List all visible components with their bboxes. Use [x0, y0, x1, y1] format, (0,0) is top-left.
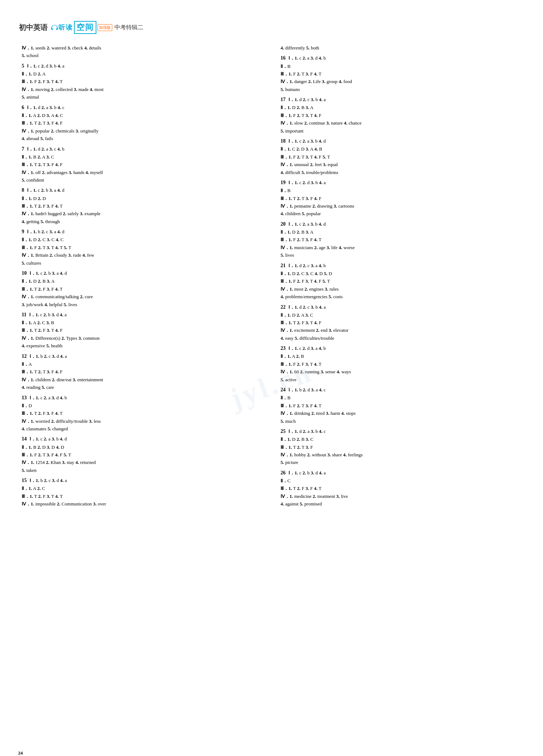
entry-line: Ⅱ．A [22, 360, 266, 368]
header-zhongkao: 中考特辑二 [114, 24, 143, 31]
answer-num: 4. [314, 237, 318, 242]
answer-num: 3. [46, 320, 50, 325]
answer-num: 2. [308, 79, 312, 84]
roman-numeral: Ⅲ． [22, 203, 30, 209]
entry-number: 16 [281, 55, 286, 61]
entry-text: Ⅰ．1. c 2. b 3. d 4. a [288, 470, 326, 475]
entry-line: Ⅱ．1. D 2. B 3. A [281, 228, 521, 236]
answer-num: 2. [51, 128, 55, 134]
answer-num: 3. [325, 286, 329, 292]
entry-line: Ⅳ．1. most 2. engines 3. rules [281, 285, 521, 293]
answer-num: 4. [55, 113, 59, 118]
answer-num: 1. [288, 320, 292, 325]
roman-numeral: Ⅲ． [281, 154, 288, 160]
answer-num: 4. [314, 271, 318, 276]
answer-num: 1. [30, 286, 33, 292]
entry-block: 5Ⅰ．1. c 2. d 3. b 4. aⅡ．1. D 2. AⅢ．1. F … [22, 62, 266, 101]
answer-num: 3. [89, 418, 93, 424]
answer-num: 1. [290, 494, 293, 499]
answer-num: 2. [297, 278, 300, 284]
entry-line: 4. difficult 5. trouble/problems [281, 169, 521, 176]
roman-numeral: Ⅱ． [22, 71, 29, 77]
entry-line: Ⅳ．1. worried 2. difficulty/trouble 3. le… [22, 417, 266, 425]
answer-num: 2. [310, 162, 314, 167]
answer-num: 1. [29, 113, 32, 118]
entry-number: 21 [281, 263, 286, 268]
answer-num: 3. [306, 105, 309, 110]
entry-line: Ⅱ．C [281, 477, 521, 485]
entry-line: 21Ⅰ．1. d 2. c 3. a 4. b [281, 261, 521, 270]
answer-num: 4. [75, 460, 79, 465]
answer-num: 4. [314, 196, 318, 201]
answer-num: 5. [64, 302, 67, 307]
answer-num: 2. [46, 460, 49, 465]
answer-num: 4. [281, 335, 284, 341]
answer-num: 1. [287, 353, 291, 359]
answer-num: 1. [31, 211, 34, 216]
answer-num: 4. [22, 343, 25, 348]
roman-numeral: Ⅱ． [281, 478, 287, 483]
entry-block: 4. differently 5. both [281, 44, 521, 52]
roman-numeral: Ⅰ． [288, 346, 295, 351]
answer-num: 4. [55, 203, 59, 209]
roman-numeral: Ⅰ． [288, 470, 295, 475]
answer-num: 5. [301, 170, 305, 175]
answer-num: 3. [326, 120, 330, 126]
answer-num: 4. [319, 346, 322, 351]
answer-num: 3. [47, 444, 51, 450]
entry-text: Ⅰ．1. c 2. d 3. a 4. b [288, 346, 326, 351]
roman-numeral: Ⅱ． [281, 271, 287, 276]
answer-num: 5. [22, 94, 25, 100]
answer-num: 3. [52, 353, 56, 359]
entry-block: 24Ⅰ．1. b 2. d 3. a 4. cⅡ．BⅢ．1. F 2. T 3.… [281, 386, 521, 425]
answer-num: 4. [319, 138, 322, 144]
roman-numeral: Ⅰ． [288, 429, 295, 434]
answer-num: 4. [60, 436, 64, 442]
answer-num: 4. [314, 278, 318, 284]
answer-num: 3. [305, 113, 309, 118]
roman-numeral: Ⅲ． [281, 444, 288, 450]
roman-numeral: Ⅱ． [281, 312, 287, 318]
roman-numeral: Ⅱ． [22, 196, 29, 201]
roman-numeral: Ⅰ． [30, 436, 36, 442]
entry-number: 5 [22, 63, 24, 69]
answer-num: 1. [36, 395, 39, 400]
answer-num: 3. [305, 154, 309, 160]
entry-line: Ⅲ．1. T 2. F 3. T 4. T [22, 492, 266, 500]
answer-num: 1. [295, 429, 298, 434]
answer-num: 4. [314, 146, 318, 152]
answer-num: 3. [47, 120, 50, 126]
answer-num: 5. [329, 294, 332, 299]
roman-numeral: Ⅰ． [288, 263, 295, 268]
answer-num: 4. [343, 452, 347, 457]
roman-numeral: Ⅰ． [27, 105, 33, 110]
roman-numeral: Ⅱ． [22, 154, 29, 160]
answer-num: 1. [287, 229, 291, 235]
roman-numeral: Ⅰ． [288, 221, 295, 227]
answer-num: 4. [60, 270, 64, 276]
answer-num: 1. [288, 278, 292, 284]
entry-block: 12Ⅰ．1. b 2. c 3. d 4. aⅡ．AⅢ．1. T 2. T 3.… [22, 352, 266, 391]
answer-num: 3. [306, 229, 309, 235]
entry-line: 24Ⅰ．1. b 2. d 3. a 4. c [281, 386, 521, 394]
entry-line: 8Ⅰ．1. c 2. b 3. a 4. d [22, 186, 266, 194]
roman-numeral: Ⅰ． [27, 63, 33, 69]
roman-numeral: Ⅰ． [288, 138, 295, 144]
entry-line: Ⅳ．1. slow 2. continue 3. nature 4. chanc… [281, 119, 521, 127]
answer-num: 2. [37, 486, 41, 491]
answer-num: 2. [296, 146, 300, 152]
entry-line: Ⅳ．1. impossible 2. Communication 3. over [22, 500, 266, 508]
answer-num: 4. [57, 229, 61, 234]
answer-num: 2. [44, 436, 47, 442]
answer-num: 3. [306, 146, 309, 152]
entry-line: Ⅱ．1. A 2. C 3. B [22, 319, 266, 326]
answer-num: 1. [290, 203, 293, 209]
entry-text: Ⅰ．1. c 2. b 3. a 4. d [27, 187, 64, 193]
entry-line: 5. humans [281, 86, 521, 93]
answer-num: 1. [36, 478, 39, 483]
entry-line: Ⅲ．1. F 2. F 3. T 4. F 5. T [281, 277, 521, 285]
entry-line: Ⅲ．1. T 2. T 3. F 4. F [22, 119, 266, 127]
answer-num: 1. [30, 245, 33, 250]
answer-num: 5. [64, 452, 67, 457]
answer-num: 4. [55, 79, 59, 84]
